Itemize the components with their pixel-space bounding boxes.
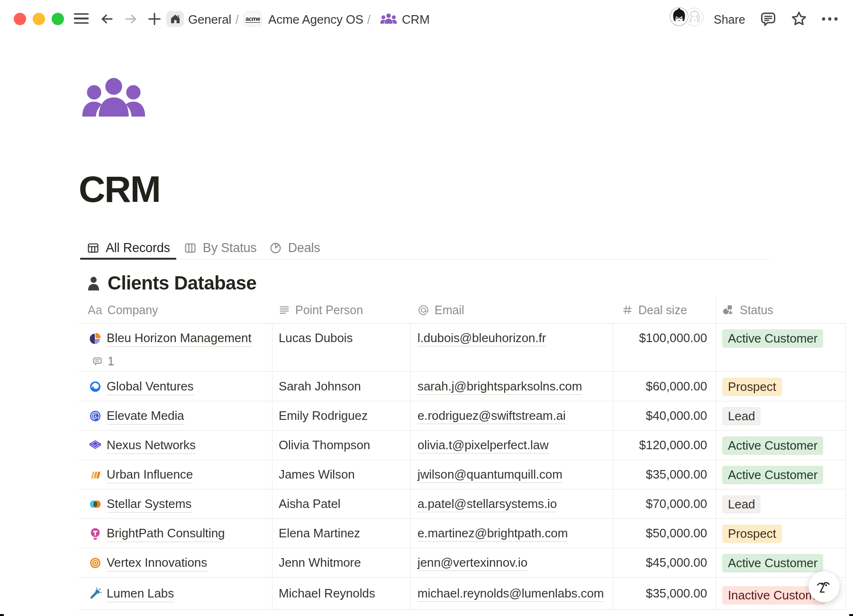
table-row[interactable]: Stellar Systems Aisha Patel a.patel@stel… xyxy=(78,489,845,519)
forward-arrow-icon[interactable] xyxy=(123,11,138,27)
table-row[interactable]: BrightPath Consulting Elena Martinez e.m… xyxy=(78,519,845,548)
company-cell[interactable]: Lumen Labs xyxy=(78,578,272,609)
email-link[interactable]: l.dubois@bleuhorizon.fr xyxy=(417,331,546,346)
email-link[interactable]: a.patel@stellarsystems.io xyxy=(417,497,557,512)
email-cell[interactable]: e.rodriguez@swiftstream.ai xyxy=(410,401,613,430)
point-person-cell[interactable]: Emily Rodriguez xyxy=(272,401,410,430)
deal-size-cell[interactable]: $120,000.00 xyxy=(613,431,716,460)
more-options-icon[interactable] xyxy=(820,16,839,22)
column-divider[interactable] xyxy=(272,324,272,610)
column-header-point-person[interactable]: Point Person xyxy=(272,297,410,323)
email-link[interactable]: olivia.t@pixelperfect.law xyxy=(417,438,549,453)
deal-size-cell[interactable]: $60,000.00 xyxy=(613,372,716,401)
table-row[interactable]: Elevate Media Emily Rodriguez e.rodrigue… xyxy=(78,401,845,431)
email-cell[interactable]: e.martinez@brightpath.com xyxy=(410,519,613,548)
point-person-cell[interactable]: Lucas Dubois xyxy=(272,324,410,371)
column-divider[interactable] xyxy=(613,324,613,610)
point-person-cell[interactable]: Olivia Thompson xyxy=(272,431,410,460)
traffic-light-zoom[interactable] xyxy=(52,13,64,25)
column-header-email[interactable]: Email xyxy=(410,297,613,323)
column-divider[interactable] xyxy=(410,324,411,610)
company-cell[interactable]: Urban Influence xyxy=(78,460,272,489)
table-row[interactable]: Vertex Innovations Jenn Whitmore jenn@ve… xyxy=(78,548,845,578)
company-name[interactable]: Elevate Media xyxy=(107,408,184,425)
status-cell[interactable]: Lead xyxy=(716,401,845,430)
point-person-cell[interactable]: Jenn Whitmore xyxy=(272,548,410,577)
star-icon[interactable] xyxy=(790,10,808,28)
deal-size-cell[interactable]: $50,000.00 xyxy=(613,519,716,548)
point-person-cell[interactable]: Michael Reynolds xyxy=(272,578,410,609)
company-cell[interactable]: BrightPath Consulting xyxy=(78,519,272,548)
breadcrumb-general[interactable]: General xyxy=(188,12,231,27)
email-link[interactable]: michael.reynolds@lumenlabs.com xyxy=(417,586,604,602)
email-link[interactable]: sarah.j@brightsparksolns.com xyxy=(417,379,582,395)
deal-size-cell[interactable]: $45,000.00 xyxy=(613,548,716,577)
table-row[interactable]: Lumen Labs Michael Reynolds michael.reyn… xyxy=(78,578,845,610)
page-icon-people-group[interactable] xyxy=(80,77,147,117)
company-cell[interactable]: Bleu Horizon Management 1 xyxy=(78,324,272,371)
email-link[interactable]: e.martinez@brightpath.com xyxy=(417,526,568,542)
column-header-status[interactable]: Status xyxy=(716,297,845,323)
company-cell[interactable]: Global Ventures xyxy=(78,372,272,401)
company-name[interactable]: Stellar Systems xyxy=(107,497,191,513)
status-cell[interactable]: Prospect xyxy=(716,519,845,548)
breadcrumb-home-button[interactable] xyxy=(166,11,184,27)
deal-size-cell[interactable]: $70,000.00 xyxy=(613,489,716,518)
company-name[interactable]: Vertex Innovations xyxy=(107,555,207,571)
table-row[interactable]: Nexus Networks Olivia Thompson olivia.t@… xyxy=(78,431,845,460)
email-cell[interactable]: michael.reynolds@lumenlabs.com xyxy=(410,578,613,609)
company-name[interactable]: Urban Influence xyxy=(107,467,193,483)
email-cell[interactable]: jenn@vertexinnov.io xyxy=(410,548,613,577)
status-cell[interactable]: Active Customer xyxy=(716,460,845,489)
email-cell[interactable]: jwilson@quantumquill.com xyxy=(410,460,613,489)
status-cell[interactable]: Lead xyxy=(716,489,845,518)
new-page-plus-icon[interactable] xyxy=(147,11,162,27)
deal-size-cell[interactable]: $100,000.00 xyxy=(613,324,716,371)
breadcrumb-crm[interactable]: CRM xyxy=(402,12,430,27)
table-row[interactable]: Urban Influence James Wilson jwilson@qua… xyxy=(78,460,845,489)
comment-badge[interactable]: 1 xyxy=(92,354,272,368)
status-cell[interactable]: Prospect xyxy=(716,372,845,401)
column-divider[interactable] xyxy=(845,324,846,610)
company-cell[interactable]: Nexus Networks xyxy=(78,431,272,460)
email-cell[interactable]: a.patel@stellarsystems.io xyxy=(410,489,613,518)
deal-size-cell[interactable]: $35,000.00 xyxy=(613,578,716,609)
email-cell[interactable]: l.dubois@bleuhorizon.fr xyxy=(410,324,613,371)
company-name[interactable]: BrightPath Consulting xyxy=(107,526,225,542)
table-row[interactable]: Global Ventures Sarah Johnson sarah.j@br… xyxy=(78,372,845,401)
company-cell[interactable]: Elevate Media xyxy=(78,401,272,430)
status-cell[interactable]: Active Customer xyxy=(716,431,845,460)
company-name[interactable]: Bleu Horizon Management xyxy=(107,331,252,347)
tab-all-records[interactable]: All Records xyxy=(87,241,170,255)
deal-size-cell[interactable]: $40,000.00 xyxy=(613,401,716,430)
point-person-cell[interactable]: Sarah Johnson xyxy=(272,372,410,401)
table-row[interactable]: Bleu Horizon Management 1 Lucas Dubois l… xyxy=(78,324,845,372)
share-button[interactable]: Share xyxy=(714,12,745,27)
point-person-cell[interactable]: Aisha Patel xyxy=(272,489,410,518)
point-person-cell[interactable]: James Wilson xyxy=(272,460,410,489)
traffic-light-close[interactable] xyxy=(14,13,26,25)
column-divider[interactable] xyxy=(716,296,716,610)
collaborator-avatars[interactable] xyxy=(670,7,708,31)
company-name[interactable]: Lumen Labs xyxy=(107,586,174,602)
email-cell[interactable]: sarah.j@brightsparksolns.com xyxy=(410,372,613,401)
notion-ai-button[interactable] xyxy=(808,571,840,602)
company-cell[interactable]: Stellar Systems xyxy=(78,489,272,518)
back-arrow-icon[interactable] xyxy=(100,11,115,27)
company-name[interactable]: Global Ventures xyxy=(107,379,194,395)
company-cell[interactable]: Vertex Innovations xyxy=(78,548,272,577)
traffic-light-minimize[interactable] xyxy=(33,13,45,25)
comment-icon[interactable] xyxy=(760,10,777,27)
tab-deals[interactable]: Deals xyxy=(269,241,320,255)
email-cell[interactable]: olivia.t@pixelperfect.law xyxy=(410,431,613,460)
deal-size-cell[interactable]: $35,000.00 xyxy=(613,460,716,489)
company-name[interactable]: Nexus Networks xyxy=(107,438,196,454)
email-link[interactable]: jwilson@quantumquill.com xyxy=(417,467,563,483)
column-header-deal-size[interactable]: Deal size xyxy=(613,297,716,323)
email-link[interactable]: e.rodriguez@swiftstream.ai xyxy=(417,408,566,424)
point-person-cell[interactable]: Elena Martinez xyxy=(272,519,410,548)
breadcrumb-acme-logo[interactable]: acme xyxy=(244,11,262,27)
breadcrumb-acme-agency-os[interactable]: Acme Agency OS xyxy=(268,12,363,27)
status-cell[interactable]: Active Customer xyxy=(716,324,845,371)
tab-by-status[interactable]: By Status xyxy=(184,241,257,255)
